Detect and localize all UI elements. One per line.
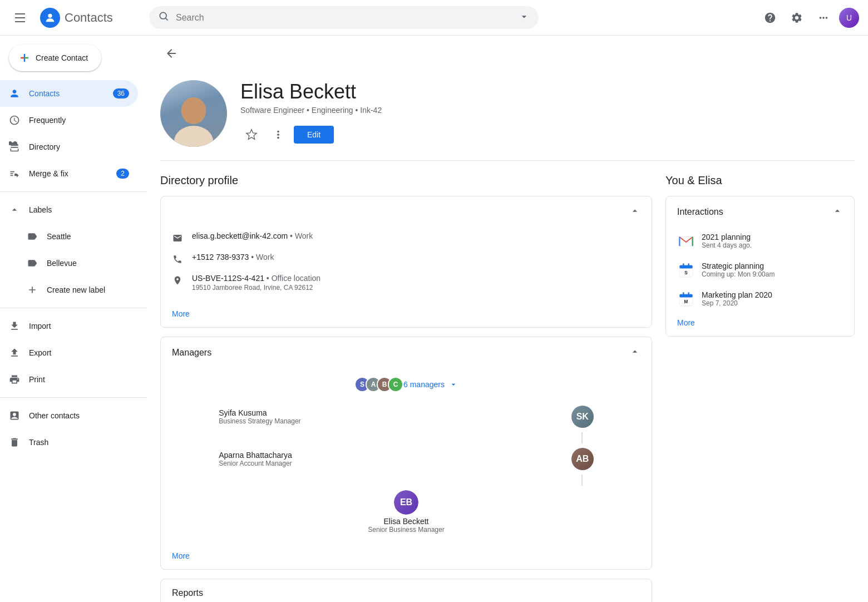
managers-count[interactable]: S A B C 6 managers bbox=[354, 377, 458, 392]
email-icon bbox=[172, 233, 183, 244]
contacts-badge: 36 bbox=[113, 88, 129, 98]
current-person-avatar: EB bbox=[394, 490, 418, 515]
contact-actions: Edit bbox=[240, 124, 855, 146]
sidebar-item-print-label: Print bbox=[29, 375, 45, 384]
left-column: Directory profile bbox=[160, 174, 652, 602]
directory-card-header bbox=[161, 196, 652, 227]
clock-icon bbox=[9, 115, 20, 126]
manager-syifa-name: Syifa Kusuma bbox=[219, 408, 300, 417]
sidebar-item-export-label: Export bbox=[29, 348, 51, 357]
directory-chevron-icon[interactable] bbox=[629, 205, 640, 218]
app-title: Contacts bbox=[65, 11, 113, 25]
interaction-2021-text: 2021 planning Sent 4 days ago. bbox=[702, 233, 843, 249]
email-value: elisa.g.beckett@ink-42.com bbox=[192, 231, 288, 240]
trash-icon bbox=[9, 437, 20, 448]
app-logo: Contacts bbox=[40, 8, 113, 28]
sidebar-item-contacts-label: Contacts bbox=[29, 89, 60, 98]
sidebar-item-frequently[interactable]: Frequently bbox=[0, 107, 138, 134]
labels-header[interactable]: Labels bbox=[0, 196, 138, 223]
merge-icon bbox=[9, 168, 20, 179]
interaction-2021-subtitle: Sent 4 days ago. bbox=[702, 241, 843, 249]
topbar: Contacts U bbox=[0, 0, 868, 36]
sidebar-item-merge[interactable]: Merge & fix 2 bbox=[0, 160, 138, 187]
sidebar-item-directory[interactable]: Directory bbox=[0, 134, 138, 160]
managers-card: Managers S A B C bbox=[160, 337, 652, 570]
sidebar-divider-2 bbox=[0, 308, 147, 308]
sidebar-item-contacts[interactable]: Contacts 36 bbox=[0, 80, 138, 107]
sidebar-item-frequently-label: Frequently bbox=[29, 116, 66, 125]
phone-type-label: Work bbox=[256, 253, 274, 261]
managers-count-label: 6 managers bbox=[403, 380, 445, 389]
directory-icon bbox=[9, 141, 20, 152]
settings-button[interactable] bbox=[786, 7, 808, 29]
topbar-left: Contacts bbox=[9, 7, 142, 29]
app-logo-circle bbox=[40, 8, 60, 28]
directory-profile-card: elisa.g.beckett@ink-42.com • Work bbox=[160, 196, 652, 328]
contact-detail: Elisa Beckett Software Engineer • Engine… bbox=[147, 36, 868, 602]
reports-title: Reports bbox=[172, 588, 203, 598]
search-bar[interactable] bbox=[149, 6, 539, 29]
sidebar-item-other-contacts[interactable]: Other contacts bbox=[0, 402, 138, 429]
apps-button[interactable] bbox=[812, 7, 835, 29]
tree-line-2 bbox=[581, 475, 583, 486]
help-button[interactable] bbox=[759, 7, 781, 29]
other-contacts-label: Other contacts bbox=[29, 411, 80, 420]
hamburger-icon bbox=[15, 13, 25, 22]
svg-point-7 bbox=[174, 126, 213, 147]
location-icon bbox=[172, 275, 183, 286]
contact-name: Elisa Beckett bbox=[240, 80, 855, 103]
edit-button[interactable]: Edit bbox=[294, 126, 334, 144]
label-icon-bellevue bbox=[27, 258, 38, 269]
sidebar-item-seattle[interactable]: Seattle bbox=[0, 223, 138, 250]
interaction-strategic-text: Strategic planning Coming up: Mon 9:00am bbox=[702, 261, 843, 278]
svg-rect-11 bbox=[683, 263, 684, 267]
manager-syifa-info: Syifa Kusuma Business Strategy Manager bbox=[219, 408, 300, 425]
svg-rect-15 bbox=[679, 294, 692, 298]
manager-syifa-row: Syifa Kusuma Business Strategy Manager S… bbox=[219, 401, 594, 432]
managers-chevron-icon[interactable] bbox=[629, 346, 640, 359]
sidebar-divider-3 bbox=[0, 397, 147, 398]
search-dropdown-icon[interactable] bbox=[519, 11, 530, 24]
interactions-title: Interactions bbox=[677, 207, 723, 217]
interaction-marketing-subtitle: Sep 7, 2020 bbox=[702, 299, 843, 307]
contact-avatar bbox=[160, 80, 227, 147]
interactions-more-link[interactable]: More bbox=[666, 314, 854, 336]
svg-line-2 bbox=[166, 18, 168, 21]
add-label-icon bbox=[27, 284, 38, 295]
more-options-button[interactable] bbox=[267, 124, 289, 146]
svg-point-1 bbox=[160, 12, 166, 19]
interactions-chevron-icon[interactable] bbox=[832, 205, 843, 218]
back-button[interactable] bbox=[160, 42, 183, 65]
interaction-marketing-text: Marketing plan 2020 Sep 7, 2020 bbox=[702, 290, 843, 307]
sidebar-item-bellevue[interactable]: Bellevue bbox=[0, 250, 138, 277]
right-column: You & Elisa Interactions bbox=[665, 174, 855, 337]
plus-multicolor-icon bbox=[18, 51, 31, 65]
user-avatar[interactable]: U bbox=[839, 8, 859, 28]
sidebar-item-create-label[interactable]: Create new label bbox=[0, 277, 138, 303]
star-button[interactable] bbox=[240, 124, 263, 146]
interactions-header: Interactions bbox=[666, 196, 854, 227]
labels-header-label: Labels bbox=[29, 205, 52, 214]
sidebar-item-print[interactable]: Print bbox=[0, 366, 138, 393]
other-contacts-icon bbox=[9, 410, 20, 421]
sidebar-item-import[interactable]: Import bbox=[0, 313, 138, 339]
current-person-name: Elisa Beckett bbox=[384, 517, 429, 526]
sidebar-item-trash[interactable]: Trash bbox=[0, 429, 138, 456]
create-contact-button[interactable]: Create Contact bbox=[9, 45, 101, 71]
svg-text:S: S bbox=[684, 270, 688, 275]
directory-more-link[interactable]: More bbox=[161, 305, 652, 327]
sidebar-item-bellevue-label: Bellevue bbox=[47, 259, 77, 268]
menu-button[interactable] bbox=[9, 7, 31, 29]
managers-more-link[interactable]: More bbox=[161, 547, 652, 569]
phone-row: +1512 738-9373 • Work bbox=[172, 248, 640, 269]
contact-subtitle: Software Engineer • Engineering • Ink-42 bbox=[240, 106, 855, 115]
tree-connector bbox=[219, 432, 594, 443]
reports-card-header: Reports bbox=[161, 579, 652, 602]
search-input[interactable] bbox=[176, 13, 512, 23]
sidebar-item-export[interactable]: Export bbox=[0, 339, 138, 366]
manager-tree-structure: Syifa Kusuma Business Strategy Manager S… bbox=[172, 401, 640, 538]
interaction-strategic-title: Strategic planning bbox=[702, 261, 843, 270]
email-text: elisa.g.beckett@ink-42.com • Work bbox=[192, 231, 640, 240]
search-icon bbox=[158, 11, 169, 24]
address-value: 19510 Jamboree Road, Irvine, CA 92612 bbox=[192, 284, 640, 292]
